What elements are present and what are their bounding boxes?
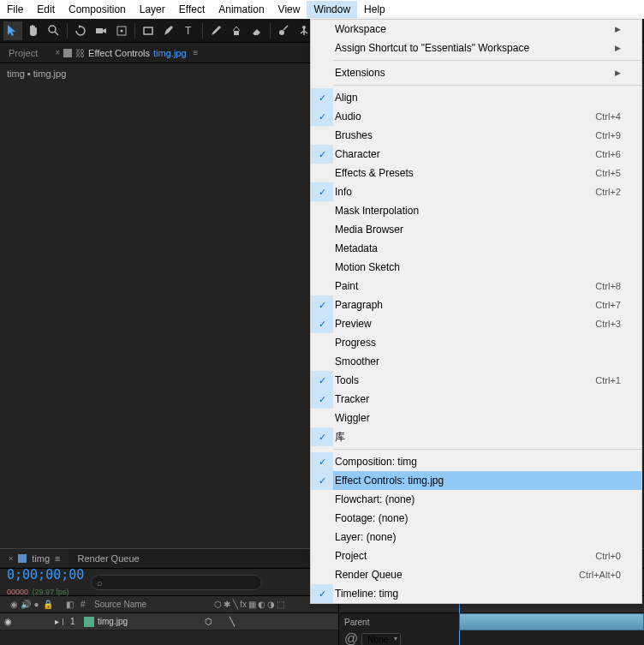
label-color[interactable] [63, 618, 63, 625]
collapse-icon[interactable]: ✱ [224, 600, 230, 609]
lock-icon[interactable]: 🔒 [44, 600, 52, 609]
svg-line-1 [55, 32, 58, 35]
check-icon [311, 352, 333, 371]
svg-rect-5 [144, 27, 152, 34]
menu-item-composition-timg[interactable]: ✓Composition: timg [311, 452, 641, 471]
brush-tool[interactable] [206, 21, 225, 40]
check-icon: ✓ [311, 314, 333, 333]
menu-item-info[interactable]: ✓InfoCtrl+2 [311, 182, 641, 201]
roto-brush-tool[interactable] [274, 21, 293, 40]
rectangle-tool[interactable] [139, 21, 158, 40]
audio-icon[interactable]: 🔊 [21, 600, 30, 609]
menu-item-paragraph[interactable]: ✓ParagraphCtrl+7 [311, 296, 641, 314]
menu-file[interactable]: File [0, 1, 30, 18]
quality-icon[interactable]: ╲ [232, 600, 238, 609]
pickwhip-icon[interactable]: @ [344, 631, 358, 645]
menu-item-render-queue[interactable]: Render QueueCtrl+Alt+0 [311, 565, 641, 584]
check-icon [311, 63, 333, 82]
svg-point-9 [302, 26, 306, 29]
menu-item-paint[interactable]: PaintCtrl+8 [311, 277, 641, 296]
menu-item-flowchart-none-[interactable]: Flowchart: (none) [311, 490, 641, 509]
menubar: FileEditCompositionLayerEffectAnimationV… [0, 0, 644, 19]
adjustment-icon[interactable]: ◑ [267, 600, 275, 609]
visibility-icon[interactable]: ◉ [10, 600, 19, 609]
menu-effect[interactable]: Effect [172, 1, 212, 18]
close-icon[interactable]: × [55, 48, 60, 57]
3d-icon[interactable]: ⬚ [277, 600, 284, 609]
menu-item-character[interactable]: ✓CharacterCtrl+6 [311, 145, 641, 164]
menu-item-layer-none-[interactable]: Layer: (none) [311, 528, 641, 546]
parent-dropdown[interactable]: None [361, 633, 401, 646]
menu-item-metadata[interactable]: Metadata [311, 239, 641, 258]
svg-point-0 [49, 26, 56, 33]
menu-item-align[interactable]: ✓Align [311, 88, 641, 107]
svg-text:T: T [185, 25, 192, 37]
check-icon: ✓ [311, 182, 333, 201]
menu-item-project[interactable]: ProjectCtrl+0 [311, 546, 641, 565]
text-tool[interactable]: T [180, 21, 199, 40]
menu-item-effect-controls-timg-jpg[interactable]: ✓Effect Controls: timg.jpg [311, 471, 641, 490]
menu-window[interactable]: Window [307, 1, 357, 18]
menu-composition[interactable]: Composition [62, 1, 133, 18]
menu-edit[interactable]: Edit [30, 1, 62, 18]
clone-stamp-tool[interactable] [227, 21, 246, 40]
check-icon [311, 490, 333, 509]
menu-animation[interactable]: Animation [212, 1, 271, 18]
window-menu-dropdown: Workspace▶Assign Shortcut to "Essentials… [310, 19, 642, 604]
menu-item-media-browser[interactable]: Media Browser [311, 220, 641, 239]
shy-icon[interactable]: ⬡ [214, 600, 222, 609]
panel-menu-icon[interactable]: ≡ [55, 553, 60, 564]
check-icon: ✓ [311, 452, 333, 471]
menu-item-footage-none-[interactable]: Footage: (none) [311, 509, 641, 528]
zoom-tool[interactable] [45, 21, 63, 40]
label-icon[interactable]: ◧ [65, 600, 74, 609]
layer-thumb [84, 617, 94, 627]
menu-view[interactable]: View [271, 1, 307, 18]
menu-layer[interactable]: Layer [133, 1, 172, 18]
anchor-point-tool[interactable] [112, 21, 131, 40]
menu-item-tracker[interactable]: ✓Tracker [311, 390, 641, 409]
selection-tool[interactable] [3, 21, 22, 40]
menu-item-workspace[interactable]: Workspace▶ [311, 20, 641, 39]
menu-item-tools[interactable]: ✓ToolsCtrl+1 [311, 371, 641, 390]
pen-tool[interactable] [159, 21, 178, 40]
panel-menu-icon[interactable]: ≡ [190, 48, 202, 57]
menu-item-wiggler[interactable]: Wiggler [311, 409, 641, 427]
check-icon [311, 220, 333, 239]
eraser-tool[interactable] [247, 21, 266, 40]
menu-item-extensions[interactable]: Extensions▶ [311, 63, 641, 82]
check-icon [311, 509, 333, 528]
menu-item-brushes[interactable]: BrushesCtrl+9 [311, 126, 641, 145]
menu-item-audio[interactable]: ✓AudioCtrl+4 [311, 107, 641, 126]
camera-tool[interactable] [92, 21, 110, 40]
menu-item-smoother[interactable]: Smoother [311, 352, 641, 371]
menu-item-assign-shortcut-to-essentials-workspace[interactable]: Assign Shortcut to "Essentials" Workspac… [311, 39, 641, 57]
fx-icon[interactable]: fx [240, 600, 247, 609]
render-queue-tab[interactable]: Render Queue [69, 550, 147, 567]
layer-duration-bar[interactable] [459, 613, 644, 630]
timeline-comp-tab[interactable]: × timg ≡ [0, 550, 69, 567]
menu-item-progress[interactable]: Progress [311, 333, 641, 352]
rotation-tool[interactable] [71, 21, 90, 40]
menu-item--[interactable]: ✓库 [311, 427, 641, 446]
menu-item-timeline-timg[interactable]: ✓Timeline: timg [311, 584, 641, 603]
frame-blend-icon[interactable]: ▦ [248, 600, 256, 609]
timecode[interactable]: 0;00;00;00 [7, 567, 84, 582]
menu-item-preview[interactable]: ✓PreviewCtrl+3 [311, 314, 641, 333]
layer-search[interactable]: ⌕ [91, 575, 262, 590]
close-icon[interactable]: × [9, 554, 13, 563]
menu-help[interactable]: Help [357, 1, 392, 18]
check-icon [311, 409, 333, 427]
solo-icon[interactable]: ● [33, 600, 41, 609]
check-icon [311, 546, 333, 565]
effect-controls-tab[interactable]: × ⛓ Effect Controls timg.jpg ≡ [46, 45, 210, 62]
menu-item-effects-presets[interactable]: Effects & PresetsCtrl+5 [311, 164, 641, 182]
check-icon [311, 277, 333, 296]
menu-item-mask-interpolation[interactable]: Mask Interpolation [311, 201, 641, 220]
project-tab[interactable]: Project [0, 45, 46, 62]
menu-item-motion-sketch[interactable]: Motion Sketch [311, 258, 641, 277]
visibility-toggle[interactable]: ◉ [3, 618, 12, 626]
hand-tool[interactable] [24, 21, 43, 40]
svg-point-8 [279, 30, 284, 35]
motion-blur-icon[interactable]: ◐ [258, 600, 265, 609]
